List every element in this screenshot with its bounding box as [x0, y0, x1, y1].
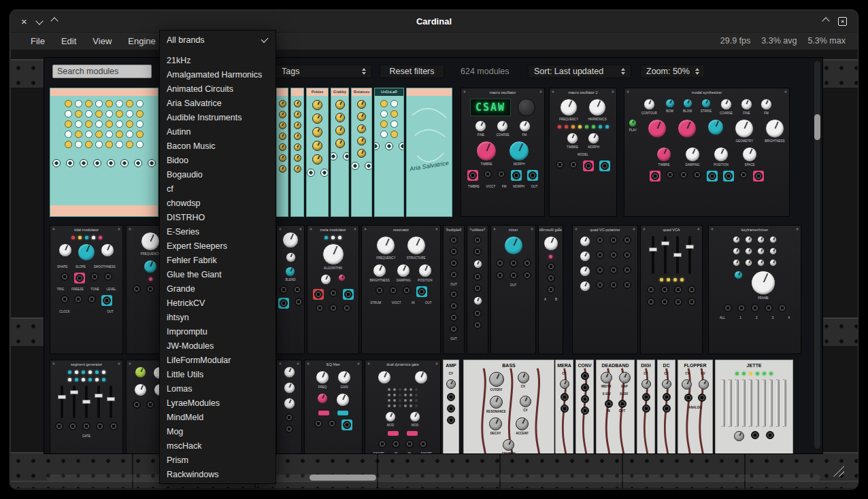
brand-menu-item[interactable]: All brands — [160, 33, 276, 47]
module-card[interactable]: DEADBANDWIDTHGAP0-10V0-10VINOUT — [596, 360, 635, 454]
module-card[interactable]: AMPCV — [443, 360, 459, 454]
brand-menu-item[interactable]: E-Series — [160, 224, 276, 239]
brand-menu-item[interactable]: Autinn — [160, 124, 276, 139]
panel-label: EXCITE — [373, 452, 384, 454]
module-card[interactable]: Rotatoes — [351, 88, 372, 217]
module-card[interactable]: multiplesOUTOUT — [443, 225, 465, 354]
brand-menu-item[interactable]: Little Utils — [160, 367, 276, 381]
port — [93, 159, 101, 167]
brand-menu-item[interactable]: chowdsp — [160, 196, 276, 210]
rack-separators — [11, 449, 858, 489]
brand-menu-item[interactable]: LyraeModules — [160, 396, 276, 410]
chevron-down-icon[interactable] — [35, 17, 43, 24]
collapse-icon[interactable] — [822, 17, 829, 24]
module-card[interactable]: EQ filterFREQGAIN — [304, 360, 363, 454]
search-input[interactable] — [52, 65, 152, 78]
brand-menu-item[interactable]: 21kHz — [160, 53, 276, 67]
panel-decor — [357, 100, 366, 158]
module-card[interactable]: Aria Salvatrice — [406, 88, 452, 217]
module-card[interactable]: quad VC-polarizer — [572, 225, 638, 354]
menu-view[interactable]: View — [93, 36, 112, 46]
knob — [769, 236, 777, 243]
module-card[interactable]: DIGICV — [637, 360, 655, 454]
close-box-icon[interactable]: × — [838, 17, 847, 26]
module-card[interactable]: UnDuLaR — [374, 88, 404, 217]
port — [496, 271, 504, 279]
module-card[interactable]: Pokies — [306, 88, 329, 217]
brand-menu-item[interactable]: LifeFormModular — [160, 353, 276, 367]
brand-menu-item[interactable]: MindMeld — [160, 410, 276, 424]
tags-select[interactable]: Tags — [276, 65, 372, 78]
brand-menu-item[interactable]: ihtsyn — [160, 310, 276, 324]
brand-menu-item[interactable]: Expert Sleepers — [160, 239, 276, 253]
module-card[interactable]: BASSCUTOFFCVRESONANCECVDECAYACCENTENVMOD… — [463, 360, 554, 454]
brand-menu-item[interactable]: HetrickCV — [160, 296, 276, 310]
brand-menu-item[interactable]: Mog — [160, 424, 276, 438]
vertical-scrollbar-thumb[interactable] — [814, 114, 820, 140]
brand-menu-item[interactable]: Grande — [160, 281, 276, 296]
module-card[interactable] — [276, 360, 302, 454]
brand-menu-item[interactable]: Glue the Giant — [160, 267, 276, 281]
module-card[interactable]: macro oscillatorCSAWFINECOARSEFMTIMBREMO… — [461, 88, 545, 217]
chevron-up-icon[interactable] — [50, 17, 58, 24]
module-card[interactable]: modal synthesizerCONTOURBOWBLOWSTRIKECOA… — [624, 88, 790, 217]
port — [596, 251, 604, 259]
module-card[interactable]: bernoulli gateAB — [538, 225, 563, 354]
module-card[interactable]: FLOPPERCVCVANALOG — [678, 360, 713, 454]
module-card[interactable]: JETTE — [715, 360, 793, 454]
vertical-scrollbar[interactable] — [814, 61, 820, 449]
brand-menu-item[interactable]: Prism — [160, 453, 276, 467]
horizontal-scrollbar-thumb[interactable] — [310, 475, 376, 481]
brand-menu-item[interactable]: Bidoo — [160, 153, 276, 167]
module-card[interactable]: segment generatorGATE — [50, 360, 123, 454]
module-card[interactable]: quad VCA — [640, 225, 703, 354]
brand-menu-item[interactable]: Fehler Fabrik — [160, 253, 276, 267]
module-card[interactable]: utilities — [467, 225, 488, 354]
module-card[interactable]: resonatorFREQUENCYSTRUCTUREBRIGHTNESSDAM… — [361, 225, 441, 354]
panel-decor: AB — [539, 298, 561, 301]
sort-select[interactable]: Sort: Last updated — [528, 65, 631, 78]
module-card[interactable]: meta modulatorALGORITHM — [307, 225, 359, 354]
panel-decor — [580, 266, 631, 277]
reset-filters-button[interactable]: Reset filters — [380, 65, 444, 78]
brand-menu-item[interactable]: Bacon Music — [160, 139, 276, 153]
brand-menu-item[interactable]: JW-Modules — [160, 339, 276, 353]
brand-menu-item[interactable]: mscHack — [160, 438, 276, 453]
close-icon[interactable]: × — [21, 16, 27, 27]
module-card[interactable]: BLEND — [276, 225, 305, 354]
module-card[interactable]: MERACV — [555, 360, 573, 454]
brand-menu-item[interactable]: Animated Circuits — [160, 82, 276, 96]
zoom-select[interactable]: Zoom: 50% — [640, 65, 705, 78]
panel-decor — [580, 251, 631, 262]
module-title: AMP — [444, 360, 458, 368]
module-card[interactable]: mixerOUT — [490, 225, 536, 354]
module-card[interactable]: DCCV — [657, 360, 675, 454]
brand-menu-item[interactable]: DISTRHO — [160, 210, 276, 224]
brand-menu-item[interactable]: Impromptu — [160, 324, 276, 339]
knob — [397, 264, 410, 277]
panel-decor: MODEL — [552, 153, 614, 156]
brand-menu-item-label: E-Series — [167, 227, 199, 237]
module-card[interactable] — [50, 88, 158, 217]
knob — [733, 259, 740, 266]
brand-menu-item[interactable]: Aria Salvatrice — [160, 96, 276, 110]
brand-menu-item[interactable]: Amalgamated Harmonics — [160, 67, 276, 82]
module-card[interactable]: keyframer/mixerFRAMEALL1234 — [708, 225, 801, 354]
menu-edit[interactable]: Edit — [61, 36, 76, 46]
module-card[interactable] — [276, 88, 288, 217]
brand-menu-item-label: JW-Modules — [167, 341, 214, 351]
module-card[interactable]: CONV — [575, 360, 594, 454]
module-card[interactable] — [290, 88, 304, 217]
brand-menu-item-label: Autinn — [167, 127, 190, 137]
module-card[interactable]: tidal modulatorSHAPESLOPESMOOTHNESSTRIGF… — [50, 225, 123, 354]
module-card[interactable]: Grabby — [331, 88, 349, 217]
brand-menu-item[interactable]: cf — [160, 182, 276, 196]
module-card[interactable]: macro oscillator 2FREQUENCYHARMONICSTIMB… — [549, 88, 617, 217]
brand-menu-item[interactable]: Lomas — [160, 381, 276, 396]
brand-menu-item[interactable]: Rackwindows — [160, 467, 276, 481]
brand-menu-item[interactable]: Audible Instruments — [160, 110, 276, 124]
brand-menu-item[interactable]: Bogaudio — [160, 167, 276, 182]
menu-file[interactable]: File — [31, 36, 45, 46]
module-card[interactable]: dual dynamics gateMODMODEXCITEININEXCITE — [365, 360, 441, 454]
menu-engine[interactable]: Engine — [128, 36, 155, 46]
